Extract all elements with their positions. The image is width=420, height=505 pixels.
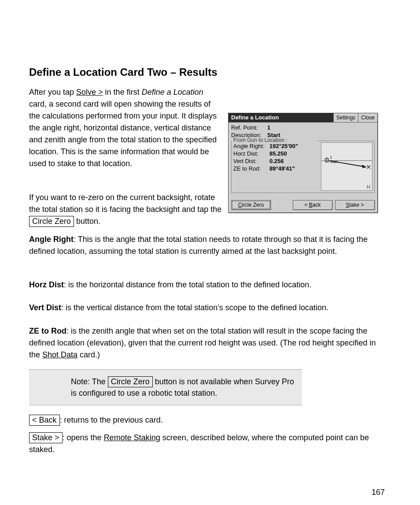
stake-button-ref: Stake >	[29, 432, 63, 443]
text: : returns to the previous card.	[60, 416, 163, 424]
ref-point-row: Ref. Point: 1	[231, 124, 375, 131]
horz-dist-title: Horz Dist	[29, 280, 64, 289]
text: If you want to re-zero on the current ba…	[29, 193, 221, 214]
window-titlebar: Define a Location Settings Close	[228, 113, 377, 123]
page-number: 167	[372, 488, 385, 497]
back-button-ref: < Back	[29, 415, 60, 426]
text: Note: The	[71, 377, 108, 386]
map-svg: 1 Start	[321, 143, 372, 190]
vert-dist-title: Vert Dist	[29, 303, 61, 312]
map-point-id: 1	[330, 155, 332, 160]
circle-zero-text: ircle Zero	[242, 202, 264, 208]
text: : opens the	[63, 433, 104, 442]
close-button[interactable]: Close	[358, 113, 377, 122]
horz-dist-paragraph: Horz Dist: is the horizontal distance fr…	[29, 279, 377, 291]
window-title: Define a Location	[228, 113, 333, 122]
ref-point-value: 1	[267, 124, 270, 131]
ze-rod-title: ZE to Rod	[29, 327, 66, 335]
text-italic: Define a Location	[142, 88, 203, 97]
stake-paragraph: Stake >: opens the Remote Staking screen…	[29, 432, 377, 456]
vert-dist-row: Vert Dist: 0.256	[233, 157, 319, 165]
angle-right-label: Angle Right:	[233, 143, 269, 149]
paragraph-overview: After you tap Solve > in the first Defin…	[29, 86, 223, 170]
text: : is the horizontal distance from the to…	[64, 280, 311, 289]
ze-rod-value: 89°49'41"	[269, 165, 295, 172]
note-box: Note: The Circle Zero button is not avai…	[29, 369, 302, 405]
ze-rod-paragraph: ZE to Rod: is the zenith angle that when…	[29, 325, 377, 361]
angle-right-title: Angle Right	[29, 235, 74, 244]
map-h-label: H	[367, 184, 370, 189]
target-x-icon	[367, 165, 371, 169]
text: card.)	[77, 350, 100, 359]
station-icon	[325, 157, 329, 162]
stake-button[interactable]: Stake >	[335, 200, 375, 210]
vert-dist-label: Vert Dist:	[233, 158, 269, 164]
arrow-head-icon	[362, 164, 366, 168]
text: : is the vertical distance from the tota…	[61, 303, 328, 312]
note-container: Note: The Circle Zero button is not avai…	[29, 369, 302, 405]
horz-dist-value: 85.250	[269, 150, 287, 157]
ze-rod-row: ZE to Rod: 89°49'41"	[233, 165, 319, 172]
horz-dist-row: Horz Dist: 85.250	[233, 150, 319, 157]
from-gun-group: From Gun to Location : Angle Right: 192°…	[231, 141, 375, 193]
text: card, a second card will open showing th…	[29, 100, 217, 168]
angle-right-value: 192°25'00"	[269, 143, 298, 149]
from-gun-group-title: From Gun to Location :	[232, 137, 288, 143]
shot-data-link[interactable]: Shot Data	[42, 350, 77, 359]
angle-right-row: Angle Right: 192°25'00"	[233, 142, 319, 150]
circle-zero-button-ref: Circle Zero	[29, 216, 74, 227]
ze-rod-label: ZE to Rod:	[233, 165, 269, 172]
vert-dist-paragraph: Vert Dist: is the vertical distance from…	[29, 302, 377, 314]
angle-right-paragraph: Angle Right: This is the angle that the …	[29, 234, 377, 257]
text: : This is the angle that the total stati…	[29, 235, 368, 256]
map-view: 1 Start H	[321, 142, 372, 191]
remote-staking-link[interactable]: Remote Staking	[104, 433, 160, 442]
horz-dist-label: Horz Dist:	[233, 150, 269, 157]
circle-zero-button-ref-2: Circle Zero	[108, 376, 153, 387]
text: in the first	[103, 88, 142, 97]
circle-zero-button[interactable]: Circle Zero	[231, 200, 271, 210]
ref-point-label: Ref. Point:	[231, 124, 267, 131]
define-location-window: Define a Location Settings Close Ref. Po…	[228, 113, 378, 213]
paragraph-circle-zero: If you want to re-zero on the current ba…	[29, 192, 223, 227]
text: After you tap	[29, 88, 76, 97]
settings-button[interactable]: Settings	[333, 113, 358, 122]
text: button.	[74, 217, 100, 226]
vert-dist-value: 0.256	[269, 158, 284, 164]
section-heading: Define a Location Card Two – Results	[29, 66, 377, 78]
solve-link[interactable]: Solve >	[76, 88, 103, 97]
back-paragraph: < Back: returns to the previous card.	[29, 414, 377, 426]
back-button[interactable]: < Back	[293, 200, 332, 210]
